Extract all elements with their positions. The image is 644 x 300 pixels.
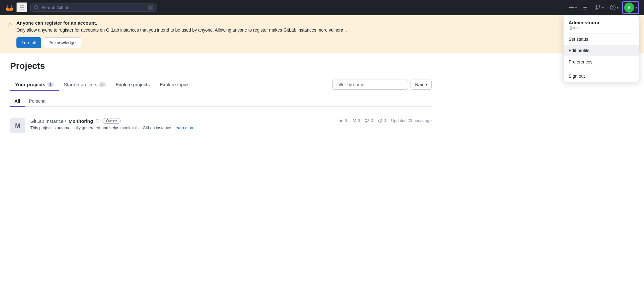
svg-rect-0 [583,6,588,6]
acknowledge-button[interactable]: Acknowledge [44,37,81,48]
help-chevron-icon: ▾ [617,6,618,9]
tab-explore-topics[interactable]: Explore topics [155,79,194,91]
mr-chevron-icon: ▾ [602,6,604,9]
filter-area: Name [332,80,432,90]
projects-tabs: Your projects 1 Starred projects 0 Explo… [10,79,432,91]
todo-icon [583,5,589,10]
project-namespace: GitLab Instance / [30,118,66,124]
edit-profile-item[interactable]: Edit profile [564,45,639,56]
dropdown-username: Administrator [569,20,634,25]
search-slash-icon: / [148,5,153,10]
tab-label: Your projects [15,82,45,87]
warning-icon: ⚠ [8,21,13,28]
search-bar[interactable]: / [30,3,157,12]
main-content: Projects Your projects 1 Starred project… [0,53,442,147]
sub-tabs: All Personal [10,96,432,107]
svg-point-12 [368,119,369,120]
hamburger-menu-button[interactable]: ☰ [16,2,28,13]
plus-icon [568,5,574,10]
merge-requests-button[interactable]: ▾ [593,3,606,12]
project-list: M GitLab Instance / Monitoring 🛡 Owner T… [10,112,432,140]
alert-banner: ⚠ Anyone can register for an account. On… [0,15,644,53]
tab-explore-projects[interactable]: Explore projects [111,79,155,91]
project-avatar: M [10,118,25,133]
svg-text:?: ? [612,6,614,9]
tab-badge: 1 [47,82,54,87]
merge-request-small-icon [365,118,369,123]
turn-off-button[interactable]: Turn off [16,37,41,48]
sort-button[interactable]: Name [411,80,432,90]
project-name[interactable]: Monitoring [68,118,93,124]
search-input[interactable] [41,5,146,10]
new-item-button[interactable]: ▾ [566,3,579,12]
svg-point-8 [353,119,354,120]
project-name-row: GitLab Instance / Monitoring 🛡 Owner [30,118,334,124]
help-icon: ? [610,5,616,10]
filter-input[interactable] [332,80,408,90]
help-button[interactable]: ? ▾ [607,3,621,12]
table-row: M GitLab Instance / Monitoring 🛡 Owner T… [10,112,432,140]
avatar: A [624,3,634,13]
svg-rect-2 [583,9,586,9]
navbar: ☰ / ▾ [0,0,644,15]
project-info: GitLab Instance / Monitoring 🛡 Owner Thi… [30,118,334,131]
alert-actions: Turn off Acknowledge [16,37,636,48]
project-stats: 0 0 [339,118,386,123]
dropdown-header: Administrator @root [564,15,639,33]
sub-tab-all[interactable]: All [10,96,25,107]
sign-out-item[interactable]: Sign out [564,70,639,82]
alert-content: Anyone can register for an account. Only… [16,20,636,48]
learn-more-link[interactable]: Learn more [174,125,194,130]
merge-request-icon [595,5,601,10]
svg-point-4 [599,5,600,7]
svg-point-3 [596,5,597,7]
set-status-item[interactable]: Set status [564,33,639,45]
alert-description: Only allow anyone to register for accoun… [16,27,636,33]
svg-point-11 [365,119,366,120]
todo-button[interactable] [581,3,591,12]
gitlab-logo-icon[interactable] [5,3,14,12]
shield-icon: 🛡 [96,118,100,123]
dropdown-handle: @root [569,25,634,30]
stars-stat: 0 [339,118,347,123]
tab-badge: 0 [99,82,106,87]
dropdown-divider [564,69,639,69]
tab-starred-projects[interactable]: Starred projects 0 [59,79,111,91]
search-icon [34,5,39,10]
page-title: Projects [10,61,432,71]
star-icon [339,118,343,123]
owner-badge: Owner [103,118,121,124]
sub-tab-personal[interactable]: Personal [25,96,51,107]
navbar-actions: ▾ ▾ ? ▾ [566,1,639,14]
forks-stat: 0 [352,118,360,123]
user-dropdown-menu: Administrator @root Set status Edit prof… [563,15,639,82]
user-menu-button[interactable]: A ▾ [622,1,639,14]
issues-stat: 0 [378,118,386,123]
tab-label: Explore projects [116,82,150,87]
fork-icon [352,118,357,123]
tab-label: Explore topics [160,82,189,87]
svg-point-9 [355,119,356,120]
user-chevron-icon: ▾ [635,6,637,9]
project-description: This project is automatically generated … [30,125,334,131]
tab-label: Starred projects [64,82,97,87]
new-chevron-icon: ▾ [575,6,577,9]
tab-your-projects[interactable]: Your projects 1 [10,79,59,91]
issues-icon [378,118,382,123]
svg-rect-1 [583,7,587,8]
alert-title: Anyone can register for an account. [16,20,636,26]
project-updated: Updated 23 hours ago [391,118,432,123]
mr-stat: 0 [365,118,373,123]
preferences-item[interactable]: Preferences [564,56,639,68]
